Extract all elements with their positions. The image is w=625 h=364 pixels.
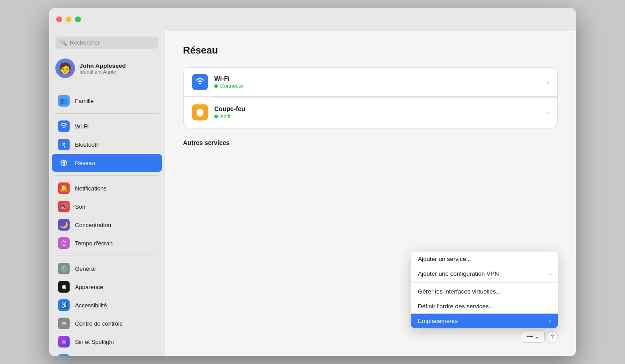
wifi-status-text: Connecté <box>220 83 243 89</box>
menu-label-ajouter-service: Ajouter un service... <box>418 256 471 262</box>
sidebar-item-reseau[interactable]: Réseau <box>52 154 162 172</box>
menu-item-emplacements[interactable]: Emplacements › <box>411 314 558 328</box>
sidebar-label-concentration: Concentration <box>75 222 111 228</box>
temps-icon: ⏱ <box>58 237 70 249</box>
sidebar-label-accessibilite: Accessibilité <box>75 302 107 309</box>
wifi-service-card[interactable]: Wi-Fi Connecté › <box>183 67 558 97</box>
sidebar-item-siri[interactable]: ◎ Siri et Spotlight <box>52 333 162 351</box>
search-container: 🔍 Rechercher <box>49 31 165 54</box>
firewall-service-card[interactable]: Coupe-feu Actif › <box>183 98 558 127</box>
sidebar-label-apparence: Apparence <box>75 284 103 290</box>
question-mark-icon: ? <box>551 334 554 340</box>
menu-label-emplacements: Emplacements <box>418 318 458 324</box>
maximize-button[interactable] <box>75 17 81 22</box>
menu-label-gerer-interfaces: Gérer les interfaces virtuelles... <box>418 288 501 295</box>
wifi-card-inner: Wi-Fi Connecté <box>192 74 547 90</box>
user-subtitle: Identifiant Apple <box>79 69 126 74</box>
chevron-down-icon: ⌄ <box>535 333 540 340</box>
user-profile[interactable]: 🧑 John Appleseed Identifiant Apple <box>49 54 165 84</box>
sidebar-item-son[interactable]: 🔊 Son <box>52 198 162 215</box>
user-name: John Appleseed <box>79 62 126 69</box>
sidebar-label-bluetooth: Bluetooth <box>75 141 100 148</box>
wifi-status-dot <box>214 84 218 88</box>
sidebar-item-centre[interactable]: ⊞ Centre de contrôle <box>52 314 162 332</box>
search-box[interactable]: 🔍 Rechercher <box>55 37 158 49</box>
main-content: Réseau Wi-Fi <box>165 31 576 356</box>
confidentialite-icon: ✋ <box>58 354 70 356</box>
context-menu: Ajouter un service... Ajouter une config… <box>411 252 558 328</box>
avatar: 🧑 <box>55 58 75 78</box>
reseau-icon <box>58 157 70 169</box>
wifi-chevron-icon: › <box>547 79 549 86</box>
sidebar-label-notifications: Notifications <box>75 185 107 192</box>
traffic-lights <box>56 17 81 22</box>
centre-icon: ⊞ <box>58 318 70 329</box>
search-input[interactable]: Rechercher <box>70 39 100 46</box>
menu-label-definir-ordre: Définir l'ordre des services... <box>418 303 494 310</box>
sidebar-label-son: Son <box>75 203 85 210</box>
minimize-button[interactable] <box>66 17 71 22</box>
wifi-service-icon <box>192 74 208 90</box>
sidebar-divider-4 <box>55 256 158 256</box>
menu-label-ajouter-vpn: Ajouter une configuration VPN <box>418 270 499 277</box>
wifi-service-info: Wi-Fi Connecté <box>214 75 243 89</box>
search-icon: 🔍 <box>60 39 67 46</box>
help-button[interactable]: ? <box>546 331 558 343</box>
close-button[interactable] <box>56 17 62 22</box>
sidebar-item-famille[interactable]: 👥 Famille <box>52 92 162 110</box>
emplacements-arrow-icon: › <box>549 318 551 324</box>
menu-divider <box>411 282 558 283</box>
menu-item-ajouter-vpn[interactable]: Ajouter une configuration VPN › <box>411 266 558 281</box>
sidebar-label-famille: Famille <box>75 98 94 104</box>
notifications-icon: 🔔 <box>58 182 70 194</box>
sidebar-item-bluetooth[interactable]: Bluetooth <box>52 136 162 153</box>
firewall-service-icon <box>192 104 208 120</box>
sidebar-item-temps[interactable]: ⏱ Temps d'écran <box>52 234 162 252</box>
sidebar-label-wifi: Wi-Fi <box>75 123 88 130</box>
firewall-status-dot <box>214 115 218 118</box>
vpn-arrow-icon: › <box>549 271 551 277</box>
menu-item-definir-ordre[interactable]: Définir l'ordre des services... <box>411 299 558 314</box>
titlebar <box>49 8 576 31</box>
more-options-button[interactable]: ••• ⌄ <box>522 331 545 343</box>
sidebar-divider-2 <box>55 113 158 114</box>
sidebar-item-notifications[interactable]: 🔔 Notifications <box>52 179 162 197</box>
sidebar-label-reseau: Réseau <box>75 160 95 166</box>
sidebar-label-general: Général <box>75 265 96 272</box>
user-info: John Appleseed Identifiant Apple <box>79 62 126 74</box>
firewall-service-name: Coupe-feu <box>214 105 245 112</box>
sidebar-divider-3 <box>55 175 158 176</box>
wifi-service-name: Wi-Fi <box>214 75 243 82</box>
sidebar-label-temps: Temps d'écran <box>75 240 112 247</box>
sidebar-label-siri: Siri et Spotlight <box>75 339 114 345</box>
settings-window: 🔍 Rechercher 🧑 John Appleseed Identifian… <box>49 8 576 356</box>
sidebar-item-confidentialite[interactable]: ✋ Confidentialité et sécurité <box>52 351 162 356</box>
son-icon: 🔊 <box>58 201 70 212</box>
firewall-status-text: Actif <box>220 113 230 120</box>
wifi-status-row: Connecté <box>214 83 243 89</box>
dots-icon: ••• <box>527 333 533 340</box>
firewall-service-info: Coupe-feu Actif <box>214 105 245 120</box>
page-title: Réseau <box>183 45 558 56</box>
bottom-toolbar: ••• ⌄ ? <box>522 331 558 343</box>
firewall-chevron-icon: › <box>547 109 549 116</box>
other-services-title: Autres services <box>183 139 558 146</box>
general-icon: ⚙️ <box>58 263 70 274</box>
sidebar-label-centre: Centre de contrôle <box>75 320 123 327</box>
services-group: Wi-Fi Connecté › <box>183 67 558 128</box>
accessibilite-icon: ♿ <box>58 299 70 311</box>
bluetooth-icon <box>58 139 70 150</box>
sidebar-item-wifi[interactable]: Wi-Fi <box>52 117 162 135</box>
wifi-icon <box>58 120 70 132</box>
sidebar-item-concentration[interactable]: 🌙 Concentration <box>52 216 162 234</box>
siri-icon: ◎ <box>58 336 70 347</box>
firewall-status-row: Actif <box>214 113 245 120</box>
menu-item-ajouter-service[interactable]: Ajouter un service... <box>411 252 558 266</box>
sidebar: 🔍 Rechercher 🧑 John Appleseed Identifian… <box>49 31 165 356</box>
menu-item-gerer-interfaces[interactable]: Gérer les interfaces virtuelles... <box>411 284 558 299</box>
sidebar-item-apparence[interactable]: ◉ Apparence <box>52 278 162 296</box>
sidebar-item-accessibilite[interactable]: ♿ Accessibilité <box>52 296 162 314</box>
famille-icon: 👥 <box>58 95 70 107</box>
apparence-icon: ◉ <box>58 281 70 293</box>
sidebar-item-general[interactable]: ⚙️ Général <box>52 260 162 277</box>
